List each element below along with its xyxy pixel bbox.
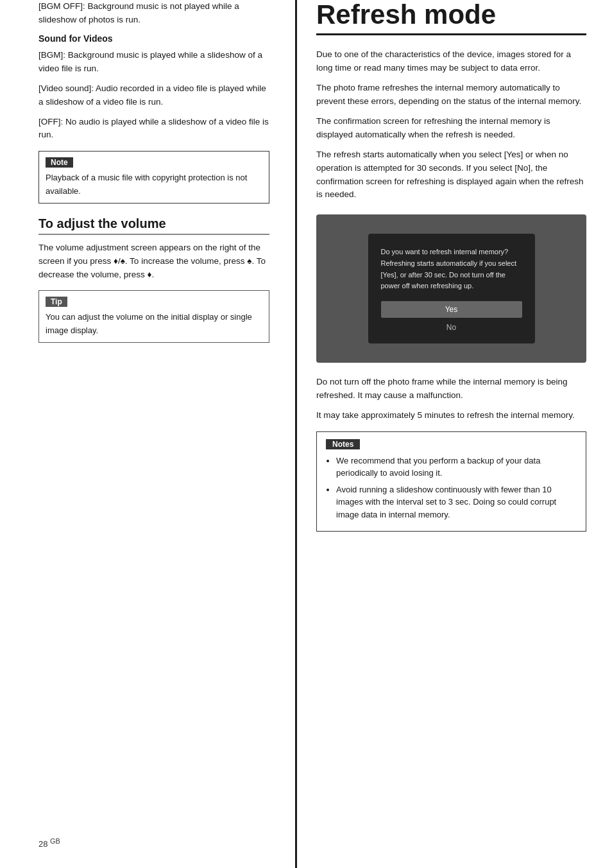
right-para6: It may take approximately 5 minutes to r…: [316, 409, 586, 422]
dialog-text: Do you want to refresh internal memory? …: [381, 247, 522, 291]
adjust-volume-text: The volume adjustment screen appears on …: [38, 241, 269, 282]
right-para5: Do not turn off the photo frame while th…: [316, 376, 586, 403]
adjust-volume-title: To adjust the volume: [38, 216, 269, 235]
bgm-off-text: [BGM OFF]: Background music is not playe…: [38, 0, 269, 27]
right-para3: The confirmation screen for refreshing t…: [316, 115, 586, 142]
note-label: Note: [46, 157, 73, 168]
tip-box: Tip You can adjust the volume on the ini…: [38, 290, 269, 342]
notes-list: We recommend that you perform a backup o…: [326, 455, 577, 521]
off-text: [OFF]: No audio is played while a slides…: [38, 116, 269, 143]
tip-text: You can adjust the volume on the initial…: [46, 311, 262, 336]
right-para4: The refresh starts automatically when yo…: [316, 148, 586, 202]
dialog-inner: Do you want to refresh internal memory? …: [368, 234, 535, 343]
dialog-no-button: No: [381, 320, 522, 334]
tip-label: Tip: [46, 297, 67, 307]
note-text: Playback of a music file with copyright …: [46, 171, 262, 197]
bgm-video-text: [BGM]: Background music is played while …: [38, 49, 269, 76]
right-para2: The photo frame refreshes the internal m…: [316, 82, 586, 108]
note-box: Note Playback of a music file with copyr…: [38, 151, 269, 203]
dialog-yes-button: Yes: [381, 301, 522, 318]
notes-label: Notes: [326, 439, 360, 449]
video-sound-text: [Video sound]: Audio recorded in a video…: [38, 82, 269, 109]
page-number: 28 GB: [38, 837, 60, 849]
right-column: Refresh mode Due to one of the character…: [295, 0, 612, 868]
note-item-1: We recommend that you perform a backup o…: [336, 455, 577, 480]
section-title: Refresh mode: [316, 0, 586, 35]
sound-for-videos-label: Sound for Videos: [38, 33, 269, 44]
right-para1: Due to one of the characteristics of the…: [316, 48, 586, 75]
dialog-screenshot: Do you want to refresh internal memory? …: [316, 214, 586, 362]
note-item-2: Avoid running a slideshow continuously w…: [336, 483, 577, 521]
notes-box: Notes We recommend that you perform a ba…: [316, 431, 586, 532]
left-column: [BGM OFF]: Background music is not playe…: [0, 0, 295, 868]
